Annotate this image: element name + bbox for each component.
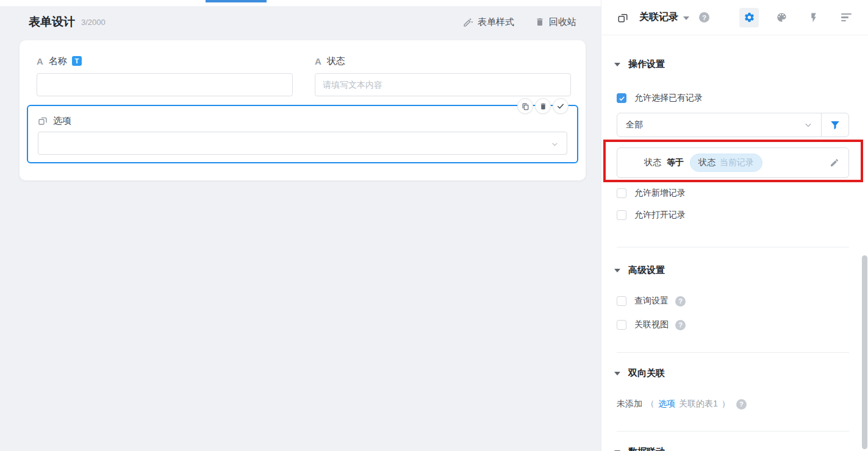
section-title: 双向关联 (628, 368, 665, 379)
lightning-icon (808, 12, 819, 23)
field-status-label-row: A 状态 (315, 55, 571, 67)
bidirectional-status-row: 未添加 （ 选项 关联的表1 ） ? (617, 399, 849, 410)
field-status-label: 状态 (327, 55, 345, 67)
relation-record-icon (617, 12, 628, 23)
panel-scrollbar-thumb[interactable] (862, 255, 867, 449)
field-settings-panel: 关联记录 ? 操作设置 允许选择已有记录 全部 (601, 0, 868, 451)
chevron-down-icon (804, 121, 812, 129)
filter-field: 状态 (644, 157, 661, 168)
help-icon[interactable]: ? (736, 399, 747, 410)
page-title: 表单设计 (29, 14, 75, 30)
text-field-type-icon: A (315, 56, 321, 66)
tab-outline-lines[interactable] (836, 8, 856, 27)
help-icon[interactable]: ? (699, 12, 709, 23)
checkbox-label: 允许新增记录 (634, 188, 686, 199)
confirm-field-button[interactable] (553, 98, 569, 114)
checkbox-unchecked[interactable] (617, 210, 626, 220)
filter-button[interactable] (821, 113, 848, 137)
record-scope-select[interactable]: 全部 (617, 113, 821, 137)
paren: ） (722, 399, 730, 410)
tab-settings-gear[interactable] (739, 8, 759, 27)
bidirectional-field-link[interactable]: 选项 (658, 399, 675, 410)
form-design-canvas: 表单设计 3/2000 表单样式 回收站 A 名称 T A 状态 (0, 6, 601, 451)
section-operation-settings[interactable]: 操作设置 (614, 59, 849, 70)
copy-field-button[interactable] (517, 98, 533, 114)
section-advanced-settings[interactable]: 高级设置 (614, 265, 849, 276)
field-name-label-row: A 名称 T (37, 55, 293, 67)
pill-field: 状态 (698, 157, 716, 168)
bidirectional-status: 未添加 (617, 399, 642, 410)
relation-field-type-icon (38, 116, 48, 126)
align-lines-icon (841, 13, 852, 22)
field-name[interactable]: A 名称 T (37, 55, 293, 96)
checkbox-unchecked[interactable] (617, 188, 626, 198)
filter-condition-row[interactable]: 状态 等于 状态 当前记录 (617, 147, 849, 178)
filter-operator: 等于 (667, 157, 684, 168)
title-field-badge: T (72, 56, 82, 66)
magic-wand-icon (463, 17, 473, 27)
delete-field-button[interactable] (535, 98, 551, 114)
checkbox-unchecked[interactable] (617, 296, 626, 306)
panel-header: 关联记录 ? (601, 0, 868, 35)
pencil-icon (830, 158, 839, 168)
check-icon (556, 102, 565, 110)
tab-events-bolt[interactable] (804, 8, 823, 27)
field-type-title: 关联记录 (639, 11, 678, 24)
checkbox-unchecked[interactable] (617, 320, 626, 330)
checkbox-allow-open-record[interactable]: 允许打开记录 (617, 210, 849, 221)
recycle-bin-button[interactable]: 回收站 (535, 16, 576, 28)
record-scope-value: 全部 (626, 119, 643, 130)
record-scope-group: 全部 (617, 113, 849, 137)
triangle-down-icon (614, 269, 620, 272)
help-icon[interactable]: ? (675, 296, 686, 307)
field-name-input[interactable] (37, 73, 293, 96)
field-options-select[interactable] (38, 132, 567, 155)
checkbox-related-view[interactable]: 关联视图 ? (617, 319, 849, 330)
field-options-label: 选项 (53, 115, 71, 127)
divider (617, 247, 849, 247)
chevron-down-icon[interactable] (683, 16, 689, 20)
section-title: 高级设置 (628, 265, 665, 276)
field-name-label: 名称 (49, 55, 67, 67)
checkbox-checked-icon[interactable] (617, 93, 626, 103)
copy-icon (522, 102, 529, 110)
field-status[interactable]: A 状态 (315, 55, 571, 96)
funnel-icon (830, 119, 841, 130)
pill-value: 当前记录 (720, 157, 754, 168)
section-title: 操作设置 (628, 59, 665, 70)
checkbox-allow-add-record[interactable]: 允许新增记录 (617, 188, 849, 199)
divider (617, 352, 849, 353)
triangle-down-icon (614, 63, 620, 66)
gear-icon (744, 12, 755, 23)
form-style-button[interactable]: 表单样式 (463, 16, 514, 28)
help-icon[interactable]: ? (675, 320, 686, 330)
field-options-label-row: 选项 (38, 115, 567, 127)
trash-icon (535, 17, 545, 27)
edit-filter-button[interactable] (830, 158, 848, 168)
filter-value-pill: 状态 当前记录 (690, 154, 762, 172)
field-count: 3/2000 (81, 18, 106, 27)
paren: （ (646, 399, 655, 410)
divider (617, 431, 849, 431)
trash-icon (539, 102, 547, 110)
checkbox-label: 关联视图 (634, 319, 669, 330)
section-next-partial[interactable]: 数据联动 (614, 446, 849, 451)
canvas-header: 表单设计 3/2000 表单样式 回收站 (0, 6, 601, 38)
checkbox-allow-select-existing[interactable]: 允许选择已有记录 (617, 93, 849, 104)
section-bidirectional[interactable]: 双向关联 (614, 368, 849, 379)
browser-tab-indicator (206, 0, 267, 2)
chevron-down-icon (551, 140, 559, 151)
tab-style-palette[interactable] (772, 8, 791, 27)
field-status-input[interactable] (315, 73, 571, 96)
section-title: 数据联动 (628, 446, 665, 451)
checkbox-label: 允许选择已有记录 (634, 93, 703, 104)
checkbox-label: 查询设置 (634, 296, 669, 307)
checkbox-query-settings[interactable]: 查询设置 ? (617, 296, 849, 307)
form-style-label: 表单样式 (478, 16, 514, 28)
recycle-bin-label: 回收站 (549, 16, 576, 28)
form-card: A 名称 T A 状态 (20, 40, 586, 180)
text-field-type-icon: A (37, 56, 43, 66)
triangle-down-icon (614, 372, 620, 375)
field-options-selected[interactable]: 选项 (27, 105, 578, 163)
bidirectional-table-name: 关联的表1 (679, 399, 718, 410)
